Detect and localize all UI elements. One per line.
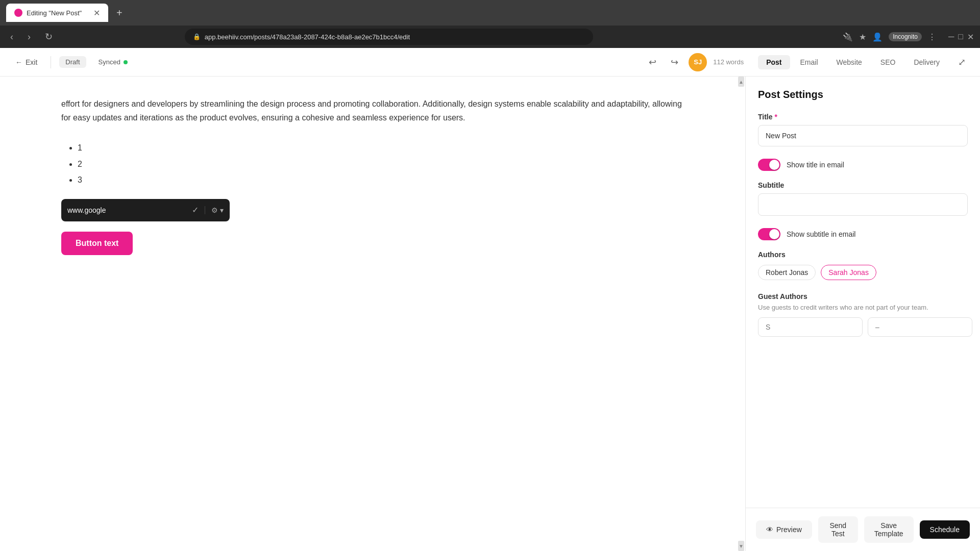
- author-chip-sarah[interactable]: Sarah Jonas: [821, 265, 876, 280]
- tab-seo[interactable]: SEO: [872, 55, 904, 69]
- list-item: 1: [78, 141, 684, 155]
- guest-input-1[interactable]: [758, 317, 863, 337]
- title-field-section: Title *: [758, 113, 968, 146]
- tab-website[interactable]: Website: [828, 55, 870, 69]
- browser-tab[interactable]: Editing "New Post" ✕: [6, 4, 108, 22]
- close-button[interactable]: ✕: [967, 32, 974, 42]
- synced-dot: [124, 60, 128, 64]
- show-title-label: Show title in email: [787, 161, 844, 169]
- guest-authors-desc: Use guests to credit writers who are not…: [758, 304, 968, 311]
- list-item: 3: [78, 173, 684, 187]
- subtitle-field-section: Subtitle: [758, 181, 968, 216]
- exit-button[interactable]: ← Exit: [10, 55, 42, 69]
- title-input[interactable]: [758, 125, 968, 146]
- body-text[interactable]: effort for designers and developers by s…: [61, 97, 684, 124]
- editor-area[interactable]: ▲ effort for designers and developers by…: [0, 77, 745, 551]
- user-avatar[interactable]: SJ: [689, 53, 707, 71]
- browser-chrome: Editing "New Post" ✕ +: [0, 0, 980, 26]
- right-panel-footer: 👁 Preview Send Test Save Template Schedu…: [746, 508, 980, 551]
- tab-delivery[interactable]: Delivery: [905, 55, 948, 69]
- app-toolbar: ← Exit Draft Synced ↩ ↪ SJ 112 words Pos…: [0, 48, 980, 77]
- subtitle-input[interactable]: [758, 193, 968, 216]
- authors-label: Authors: [758, 251, 968, 259]
- show-title-toggle[interactable]: [758, 159, 780, 171]
- list-item: 2: [78, 157, 684, 171]
- url-toolbar[interactable]: ✓ ⚙ ▾: [61, 199, 230, 221]
- send-test-button[interactable]: Send Test: [818, 516, 858, 543]
- more-button[interactable]: ⋮: [928, 32, 936, 42]
- guest-inputs: [758, 317, 968, 337]
- url-confirm-button[interactable]: ✓: [186, 205, 205, 215]
- minimize-button[interactable]: ─: [948, 32, 954, 42]
- extensions-button[interactable]: 🔌: [843, 32, 853, 42]
- subtitle-field-label: Subtitle: [758, 181, 968, 189]
- show-subtitle-toggle[interactable]: [758, 228, 780, 240]
- address-bar-row: ‹ › ↻ 🔒 app.beehiiv.com/posts/478a23a8-2…: [0, 26, 980, 48]
- back-arrow-icon: ←: [15, 58, 22, 66]
- bookmark-button[interactable]: ★: [859, 32, 866, 42]
- exit-label: Exit: [26, 58, 37, 66]
- toggle-knob: [769, 160, 779, 170]
- new-tab-button[interactable]: +: [112, 5, 127, 21]
- toolbar-divider: [51, 56, 51, 68]
- preview-button[interactable]: 👁 Preview: [756, 520, 812, 539]
- back-button[interactable]: ‹: [6, 30, 17, 44]
- show-title-toggle-row: Show title in email: [758, 159, 968, 171]
- tab-post[interactable]: Post: [758, 55, 790, 69]
- profile-button[interactable]: 👤: [872, 32, 883, 42]
- eye-icon: 👁: [766, 525, 773, 534]
- tab-favicon: [14, 9, 22, 17]
- nav-tabs: Post Email Website SEO Delivery: [758, 55, 948, 69]
- panel-title: Post Settings: [758, 89, 968, 101]
- refresh-button[interactable]: ↻: [41, 29, 57, 44]
- main-content: ▲ effort for designers and developers by…: [0, 77, 980, 551]
- url-settings-button[interactable]: ⚙ ▾: [205, 206, 230, 214]
- draft-button[interactable]: Draft: [59, 56, 86, 68]
- right-panel: Post Settings Title * Show title in emai…: [745, 77, 980, 551]
- maximize-button[interactable]: □: [958, 32, 963, 42]
- window-controls: ─ □ ✕: [948, 32, 974, 42]
- browser-actions: 🔌 ★ 👤 Incognito ⋮: [843, 32, 936, 42]
- synced-label: Synced: [99, 58, 120, 66]
- chevron-down-icon: ▾: [220, 206, 224, 214]
- bullet-list: 1 2 3: [78, 141, 684, 187]
- button-element[interactable]: Button text: [61, 232, 133, 255]
- show-subtitle-label: Show subtitle in email: [787, 230, 855, 238]
- redo-button[interactable]: ↪: [667, 54, 682, 71]
- app: ← Exit Draft Synced ↩ ↪ SJ 112 words Pos…: [0, 48, 980, 551]
- lock-icon: 🔒: [193, 33, 201, 40]
- word-count: 112 words: [713, 58, 744, 66]
- address-bar[interactable]: 🔒 app.beehiiv.com/posts/478a23a8-2087-42…: [185, 29, 593, 45]
- expand-button[interactable]: ⤢: [954, 55, 970, 70]
- url-text: app.beehiiv.com/posts/478a23a8-2087-424c…: [205, 33, 585, 41]
- show-subtitle-toggle-row: Show subtitle in email: [758, 228, 968, 240]
- authors-row: Robert Jonas Sarah Jonas: [758, 265, 968, 280]
- save-template-button[interactable]: Save Template: [864, 516, 914, 543]
- undo-button[interactable]: ↩: [645, 54, 660, 71]
- guest-input-2[interactable]: [868, 317, 972, 337]
- settings-icon: ⚙: [211, 206, 218, 214]
- preview-label: Preview: [776, 525, 802, 534]
- scroll-up-indicator[interactable]: ▲: [738, 77, 744, 87]
- schedule-button[interactable]: Schedule: [920, 520, 970, 539]
- right-panel-content[interactable]: Post Settings Title * Show title in emai…: [746, 77, 980, 508]
- required-star: *: [775, 113, 777, 121]
- author-chip-robert[interactable]: Robert Jonas: [758, 265, 816, 280]
- title-field-label: Title *: [758, 113, 968, 121]
- synced-badge[interactable]: Synced: [92, 56, 134, 68]
- scroll-down-indicator[interactable]: ▼: [738, 541, 744, 551]
- url-input[interactable]: [61, 206, 186, 214]
- guest-authors-label: Guest Authors: [758, 292, 968, 300]
- tab-email[interactable]: Email: [792, 55, 826, 69]
- toggle-knob: [769, 229, 779, 239]
- incognito-badge: Incognito: [889, 32, 922, 41]
- guest-authors-section: Guest Authors Use guests to credit write…: [758, 292, 968, 337]
- authors-section: Authors Robert Jonas Sarah Jonas: [758, 251, 968, 280]
- tab-close-button[interactable]: ✕: [93, 8, 100, 18]
- forward-button[interactable]: ›: [23, 30, 35, 44]
- tab-title: Editing "New Post": [27, 9, 82, 17]
